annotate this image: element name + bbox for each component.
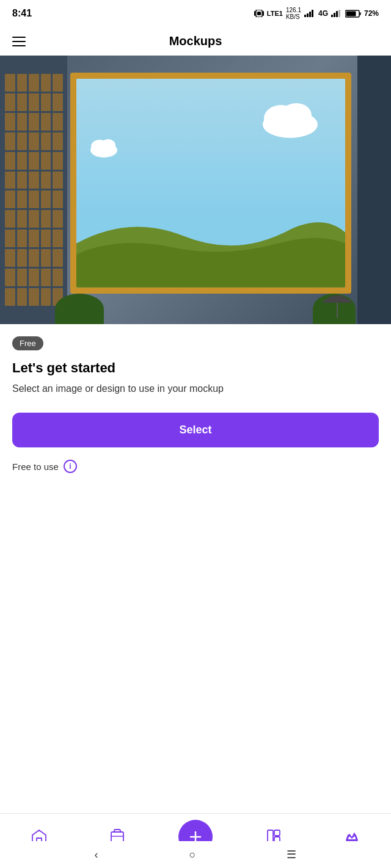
- free-badge: Free: [12, 336, 43, 350]
- info-icon[interactable]: i: [64, 460, 77, 473]
- home-gesture[interactable]: ○: [189, 848, 196, 861]
- cloud-large: [260, 100, 321, 140]
- vibrate-icon: [254, 10, 264, 17]
- svg-rect-9: [334, 13, 335, 17]
- subtitle: Select an image or design to use in your…: [12, 382, 379, 396]
- status-bar: 8:41 LTE1 126.1KB/S 4G 72%: [0, 0, 391, 27]
- foliage-left: [55, 294, 104, 324]
- header: Mockups: [0, 27, 391, 56]
- battery-icon: [345, 10, 361, 18]
- select-button[interactable]: Select: [12, 413, 379, 447]
- svg-rect-26: [268, 830, 273, 842]
- building-right: [357, 56, 391, 324]
- umbrella: [319, 288, 356, 318]
- signal-icon: [304, 10, 315, 17]
- svg-rect-10: [336, 11, 338, 17]
- svg-rect-14: [346, 11, 356, 16]
- svg-rect-8: [331, 15, 333, 17]
- free-to-use-label: Free to use: [12, 461, 59, 472]
- status-icons: LTE1 126.1KB/S 4G 72%: [254, 7, 379, 20]
- free-badge-label: Free: [20, 339, 36, 348]
- svg-rect-11: [338, 10, 340, 17]
- billboard-content: [76, 79, 345, 288]
- back-button[interactable]: ‹: [95, 848, 98, 861]
- svg-rect-3: [257, 12, 261, 15]
- hero-image: [0, 56, 391, 324]
- svg-rect-6: [309, 12, 311, 17]
- svg-rect-27: [274, 830, 280, 836]
- cloud-small: [89, 137, 119, 158]
- svg-rect-13: [359, 12, 360, 15]
- svg-rect-1: [263, 11, 264, 16]
- free-to-use-row: Free to use i: [12, 460, 379, 473]
- svg-rect-4: [304, 15, 306, 17]
- page-title: Mockups: [169, 34, 222, 48]
- svg-rect-5: [307, 13, 309, 17]
- battery-percent: 72%: [364, 9, 379, 18]
- signal2-icon: [331, 10, 342, 17]
- svg-point-20: [101, 139, 115, 151]
- billboard-frame: [70, 73, 351, 294]
- network-type: LTE1: [267, 10, 283, 17]
- svg-rect-0: [254, 11, 255, 16]
- menu-gesture[interactable]: ☰: [287, 848, 296, 861]
- menu-button[interactable]: [12, 37, 26, 46]
- gesture-bar: ‹ ○ ☰: [0, 841, 391, 868]
- content-area: Free Let's get started Select an image o…: [0, 324, 391, 473]
- building-grid: [5, 74, 63, 306]
- network-label: 4G: [318, 9, 328, 18]
- svg-rect-7: [312, 10, 313, 17]
- svg-point-17: [281, 103, 312, 128]
- status-time: 8:41: [12, 8, 32, 19]
- data-speed: 126.1KB/S: [286, 7, 301, 20]
- main-title: Let's get started: [12, 360, 379, 376]
- svg-rect-22: [111, 832, 123, 842]
- building-left: [0, 56, 67, 324]
